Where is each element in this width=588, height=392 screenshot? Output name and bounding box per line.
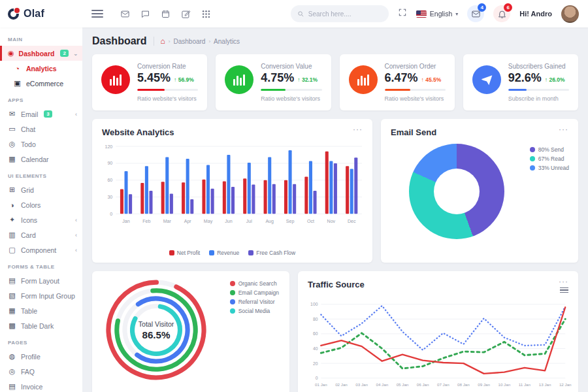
bar-chart-icon	[349, 65, 378, 94]
svg-text:07 Jan: 07 Jan	[437, 383, 449, 387]
paper-plane-icon	[472, 65, 501, 94]
sidebar-item-label: Grid	[21, 186, 34, 194]
svg-text:Sep: Sep	[286, 219, 295, 224]
legend-item-net-profit[interactable]: Net Profit	[169, 250, 200, 256]
sidebar-item-label: Icons	[21, 216, 37, 224]
card-menu-icon[interactable]: ···	[559, 127, 568, 131]
sidebar-item-label: Table Dark	[21, 322, 54, 330]
sidebar-item-todo[interactable]: ◎Todo	[0, 137, 82, 152]
sidebar-item-card[interactable]: ▥Card‹	[0, 227, 82, 242]
sidebar-item-label: FAQ	[21, 368, 35, 376]
calendar-shortcut-icon[interactable]	[161, 9, 171, 19]
card-menu-icon[interactable]: ···	[353, 127, 363, 131]
legend-item-organic-search[interactable]: Organic Search	[230, 280, 279, 287]
sidebar-item-dashboard[interactable]: ◉Dashboard2⌄	[0, 46, 82, 61]
language-label: English	[430, 10, 452, 18]
svg-text:40: 40	[313, 346, 318, 351]
avatar[interactable]	[561, 5, 579, 23]
analytics-icon: ◔	[13, 65, 22, 73]
chat-shortcut-icon[interactable]	[140, 9, 150, 19]
messages-button[interactable]: 4	[467, 5, 484, 22]
fullscreen-icon[interactable]	[398, 8, 407, 20]
sidebar-item-invoice[interactable]: ▤Invoice	[0, 379, 82, 392]
home-icon[interactable]: ⌂	[161, 37, 165, 46]
svg-text:20: 20	[313, 361, 318, 366]
stat-progress-bar	[261, 89, 321, 91]
chevron-icon: ⌄	[73, 50, 78, 57]
legend-item-free-cash-flow[interactable]: Free Cash Flow	[248, 250, 295, 256]
sidebar-item-label: Calendar	[21, 155, 49, 163]
stat-value: 92.6%	[508, 71, 542, 85]
line-series-visits-solid-red	[321, 308, 565, 374]
stat-title: Conversion Order	[385, 63, 446, 70]
svg-text:30: 30	[107, 195, 112, 200]
svg-text:11 Jan: 11 Jan	[519, 383, 531, 387]
legend-item-67-read[interactable]: 67% Read	[530, 155, 569, 162]
breadcrumb-analytics: Analytics	[214, 38, 240, 45]
us-flag-icon	[416, 10, 427, 18]
sidebar-item-form-input-group[interactable]: ▧Form Input Group	[0, 288, 82, 303]
calendar-icon: ▦	[8, 155, 16, 163]
apps-grid-icon[interactable]	[201, 9, 211, 19]
grid-icon: ⊞	[8, 186, 16, 194]
sidebar-item-email[interactable]: ✉Email3‹	[0, 106, 82, 122]
mail-shortcut-icon[interactable]	[120, 9, 130, 19]
sidebar-item-table[interactable]: ▦Table	[0, 303, 82, 318]
legend-item-email-campaign[interactable]: Email Campaign	[230, 289, 279, 296]
sidebar-item-calendar[interactable]: ▦Calendar	[0, 152, 82, 167]
sidebar-section-ui-elements: UI ELEMENTS	[0, 167, 82, 182]
svg-text:02 Jan: 02 Jan	[335, 383, 348, 387]
donut-chart	[409, 144, 504, 239]
sidebar-item-label: Profile	[21, 353, 41, 361]
svg-text:60: 60	[313, 332, 318, 336]
rings-legend: Organic SearchEmail CampaignReferral Vis…	[230, 280, 279, 314]
notifications-button[interactable]: 6	[493, 5, 510, 22]
stat-title: Conversion Value	[261, 63, 321, 70]
stat-card-subscribers-gained: Subscribers Gained92.6%↑ 26.0%Subscribe …	[463, 54, 578, 110]
sidebar-badge: 2	[60, 50, 68, 57]
stat-caption: Ratio website's visitors	[385, 95, 446, 102]
form-input-group-icon: ▧	[8, 291, 16, 300]
legend-item-80-send[interactable]: 80% Send	[530, 146, 569, 153]
sidebar-item-grid[interactable]: ⊞Grid	[0, 182, 82, 197]
breadcrumb-dashboard[interactable]: Dashboard	[174, 38, 206, 45]
sidebar-item-colors[interactable]: ◑Colors	[0, 197, 82, 212]
svg-text:10 Jan: 10 Jan	[498, 383, 510, 387]
chart-toolbar-menu-icon[interactable]	[560, 286, 568, 295]
svg-text:90: 90	[107, 161, 112, 166]
sidebar-item-component[interactable]: ▢Component‹	[0, 242, 82, 257]
card-menu-icon[interactable]: ···	[559, 280, 568, 284]
stat-progress-bar	[508, 89, 569, 91]
sidebar-item-chat[interactable]: ▭Chat	[0, 122, 82, 137]
invoice-icon: ▤	[8, 382, 16, 391]
ecommerce-icon: ▣	[13, 79, 22, 88]
compose-shortcut-icon[interactable]	[181, 9, 191, 19]
messages-badge: 4	[478, 3, 486, 12]
donut-legend: 80% Send67% Read33% Unread	[530, 146, 569, 171]
sidebar-item-profile[interactable]: ◍Profile	[0, 349, 82, 364]
language-selector[interactable]: English ▾	[416, 10, 458, 18]
legend-item-referral-visitor[interactable]: Referral Visitor	[230, 299, 279, 305]
brand[interactable]: Olaf	[0, 8, 82, 20]
sidebar-item-faq[interactable]: ◎FAQ	[0, 364, 82, 379]
sidebar-section-apps: APPS	[0, 91, 82, 106]
stat-card-conversion-rate: Conversion Rate5.45%↑ 56.9%Ratio website…	[92, 54, 207, 110]
sidebar-item-label: Colors	[21, 201, 41, 209]
legend-item-33-unread[interactable]: 33% Unread	[530, 165, 569, 171]
sidebar-item-table-dark[interactable]: ▩Table Dark	[0, 318, 82, 333]
sidebar-section-forms-table: FORMS & TABLE	[0, 257, 82, 273]
sidebar-item-label: eCommerce	[26, 80, 63, 88]
sidebar-item-form-layout[interactable]: ▤Form Layout	[0, 273, 82, 288]
sidebar-item-icons[interactable]: ✦Icons‹	[0, 212, 82, 227]
sidebar-item-analytics[interactable]: ◔Analytics	[0, 61, 82, 76]
search-input[interactable]	[308, 10, 380, 18]
sidebar-item-label: Form Layout	[21, 277, 59, 285]
legend-item-social-media[interactable]: Social Media	[230, 308, 279, 314]
main-content: Dashboard ⌂ › Dashboard › Analytics Conv…	[82, 27, 588, 392]
sidebar-toggle-icon[interactable]	[91, 8, 103, 20]
sidebar-item-ecommerce[interactable]: ▣eCommerce	[0, 76, 82, 91]
legend-item-revenue[interactable]: Revenue	[209, 250, 239, 256]
sidebar: MAIN◉Dashboard2⌄◔Analytics▣eCommerceAPPS…	[0, 27, 82, 392]
traffic-source-chart: 02040608010001 Jan02 Jan03 Jan04 Jan05 J…	[298, 297, 578, 392]
todo-icon: ◎	[8, 140, 16, 148]
